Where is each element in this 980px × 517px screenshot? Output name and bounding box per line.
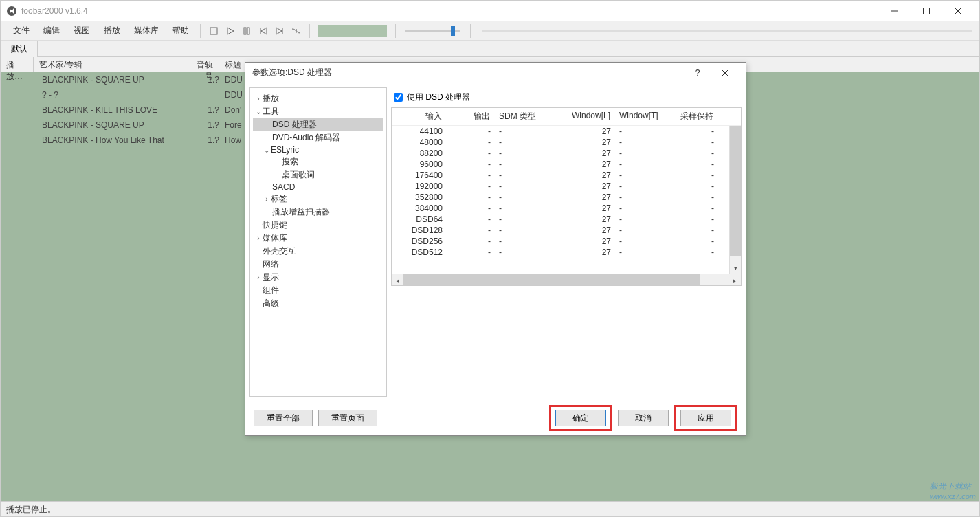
scrollbar-thumb[interactable] [730, 126, 741, 256]
cell-winl: 27 [550, 247, 615, 258]
menu-playback[interactable]: 播放 [97, 22, 127, 39]
close-button[interactable] [942, 1, 974, 21]
tree-shell[interactable]: 外壳交互 [253, 245, 383, 258]
stop-icon[interactable] [209, 26, 219, 36]
playlist-tabs: 默认 [1, 41, 979, 57]
tree-media-library[interactable]: ›媒体库 [253, 232, 383, 245]
menu-file[interactable]: 文件 [6, 22, 36, 39]
table-row[interactable]: 48000--27-- [392, 137, 729, 148]
horizontal-scrollbar[interactable]: ◂ ▸ [392, 274, 741, 285]
tree-advanced[interactable]: 高级 [253, 297, 383, 310]
col-sdm[interactable]: SDM 类型 [495, 108, 550, 125]
table-row[interactable]: 176400--27-- [392, 170, 729, 181]
menu-edit[interactable]: 编辑 [36, 22, 67, 39]
table-row[interactable]: DSD256--27-- [392, 236, 729, 247]
cell-hold: - [663, 247, 718, 258]
tree-display[interactable]: ›显示 [253, 271, 383, 284]
dialog-titlebar[interactable]: 参数选项:DSD 处理器 ? [245, 63, 746, 83]
svg-rect-8 [247, 28, 249, 34]
table-row[interactable]: 192000--27-- [392, 181, 729, 192]
menu-help[interactable]: 帮助 [166, 22, 196, 39]
dialog-close-button[interactable] [711, 63, 739, 83]
table-row[interactable]: 352800--27-- [392, 192, 729, 203]
tree-dvd-audio[interactable]: DVD-Audio 解码器 [253, 131, 383, 144]
tree-hotkeys[interactable]: 快捷键 [253, 219, 383, 232]
table-row[interactable]: DSD128--27-- [392, 225, 729, 236]
chevron-down-icon[interactable]: ⌄ [263, 146, 271, 154]
seek-bar[interactable] [482, 30, 972, 32]
cell-title: DDU [222, 90, 243, 100]
chevron-down-icon[interactable]: ⌄ [254, 108, 263, 116]
table-row[interactable]: 44100--27-- [392, 126, 729, 137]
menubar: 文件 编辑 视图 播放 媒体库 帮助 [1, 21, 979, 41]
chevron-right-icon[interactable]: › [263, 195, 271, 203]
col-winl[interactable]: Window[L] [550, 108, 615, 125]
tab-default[interactable]: 默认 [1, 41, 38, 57]
cell-input: DSD64 [392, 214, 447, 225]
tree-playback[interactable]: ›播放 [253, 92, 383, 105]
help-button[interactable]: ? [684, 63, 711, 83]
use-dsd-row: 使用 DSD 处理器 [391, 87, 742, 107]
cell-wint: - [615, 159, 663, 170]
prev-icon[interactable] [258, 26, 268, 36]
scrollbar-thumb[interactable] [403, 274, 700, 285]
cell-output: - [447, 247, 495, 258]
col-track[interactable]: 音轨号 [186, 57, 219, 72]
col-playing[interactable]: 播放… [1, 57, 34, 72]
col-wint[interactable]: Window[T] [615, 108, 663, 125]
cancel-button[interactable]: 取消 [618, 410, 669, 426]
col-output[interactable]: 输出 [447, 108, 495, 125]
table-row[interactable]: DSD512--27-- [392, 247, 729, 258]
random-icon[interactable] [291, 26, 301, 36]
tree-eslyric[interactable]: ⌄ESLyric [253, 144, 383, 155]
scroll-left-icon[interactable]: ◂ [392, 274, 403, 286]
table-row[interactable]: DSD64--27-- [392, 214, 729, 225]
tree-tags[interactable]: ›标签 [253, 192, 383, 206]
tree-sacd[interactable]: SACD [253, 182, 383, 192]
cell-sdm: - [495, 170, 550, 181]
volume-thumb[interactable] [451, 26, 455, 36]
tree-replaygain[interactable]: 播放增益扫描器 [253, 206, 383, 219]
tree-components[interactable]: 组件 [253, 284, 383, 297]
pause-icon[interactable] [242, 26, 252, 36]
volume-slider[interactable] [405, 30, 460, 32]
cell-wint: - [615, 148, 663, 159]
col-input[interactable]: 输入 [392, 108, 447, 125]
separator [309, 24, 310, 38]
apply-button[interactable]: 应用 [680, 410, 731, 426]
menu-view[interactable]: 视图 [67, 22, 97, 39]
cell-output: - [447, 159, 495, 170]
chevron-right-icon[interactable]: › [254, 95, 263, 102]
preferences-tree[interactable]: ›播放 ⌄工具 DSD 处理器 DVD-Audio 解码器 ⌄ESLyric 搜… [249, 87, 387, 397]
tree-desktop-lyric[interactable]: 桌面歌词 [253, 168, 383, 182]
next-icon[interactable] [275, 26, 285, 36]
ok-button[interactable]: 确定 [555, 410, 606, 426]
vertical-scrollbar[interactable]: ▾ [729, 126, 741, 274]
col-hold[interactable]: 采样保持 [663, 108, 718, 125]
tree-network[interactable]: 网络 [253, 258, 383, 271]
chevron-right-icon[interactable]: › [254, 274, 263, 281]
chevron-right-icon[interactable]: › [254, 234, 263, 242]
cell-track: 1.? [189, 120, 222, 130]
cell-hold: - [663, 148, 718, 159]
minimize-button[interactable] [879, 1, 911, 21]
use-dsd-checkbox[interactable] [394, 93, 403, 102]
visualization-box[interactable] [318, 25, 387, 37]
menu-library[interactable]: 媒体库 [127, 22, 166, 39]
tree-search[interactable]: 搜索 [253, 155, 383, 168]
cell-input: 96000 [392, 159, 447, 170]
maximize-button[interactable] [911, 1, 942, 21]
dsd-table[interactable]: 输入 输出 SDM 类型 Window[L] Window[T] 采样保持 44… [391, 107, 742, 286]
scroll-right-icon[interactable]: ▸ [729, 274, 741, 286]
col-artist[interactable]: 艺术家/专辑 [34, 57, 186, 72]
tree-tools[interactable]: ⌄工具 [253, 105, 383, 118]
cell-track: 1.? [189, 105, 222, 115]
table-row[interactable]: 88200--27-- [392, 148, 729, 159]
table-row[interactable]: 384000--27-- [392, 203, 729, 214]
tree-dsd-processor[interactable]: DSD 处理器 [253, 118, 383, 131]
table-row[interactable]: 96000--27-- [392, 159, 729, 170]
reset-page-button[interactable]: 重置页面 [318, 410, 377, 426]
reset-all-button[interactable]: 重置全部 [254, 410, 313, 426]
scroll-down-icon[interactable]: ▾ [730, 262, 742, 274]
play-icon[interactable] [225, 26, 235, 36]
